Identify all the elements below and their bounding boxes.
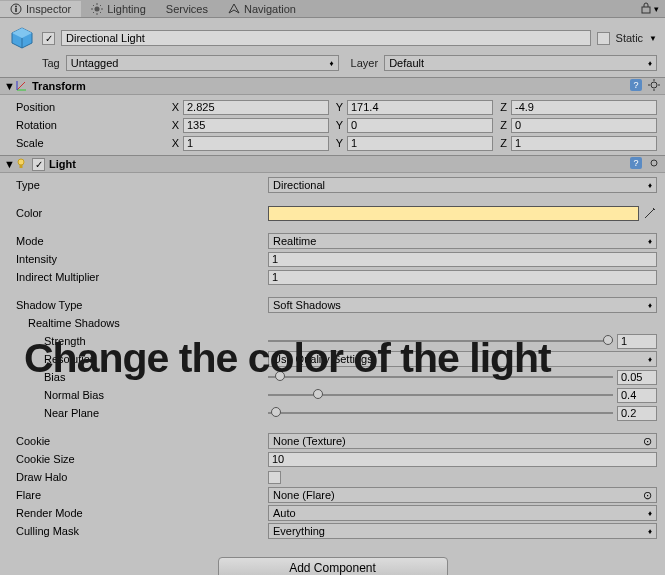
position-z-input[interactable] [511,100,657,115]
transform-header[interactable]: ▼ Transform ? [0,77,665,95]
chevron-down-icon: ♦ [648,237,652,246]
draw-halo-label: Draw Halo [8,471,268,483]
normal-bias-slider[interactable] [268,388,613,402]
near-plane-value-input[interactable] [617,406,657,421]
rotation-y-input[interactable] [347,118,493,133]
flare-label: Flare [8,489,268,501]
tab-label: Navigation [244,3,296,15]
position-y-input[interactable] [347,100,493,115]
context-menu-icon[interactable]: ▾ [654,4,659,14]
light-header[interactable]: ▼ ✓ Light ? [0,155,665,173]
add-component-button[interactable]: Add Component [218,557,448,575]
chevron-down-icon: ♦ [648,527,652,536]
static-dropdown-icon[interactable]: ▼ [649,34,657,43]
object-picker-icon[interactable]: ⊙ [643,489,652,502]
shadow-resolution-dropdown[interactable]: Use Quality Settings♦ [268,351,657,367]
tab-navigation[interactable]: Navigation [218,1,306,17]
svg-text:?: ? [633,80,638,90]
scale-z-input[interactable] [511,136,657,151]
normal-bias-value-input[interactable] [617,388,657,403]
intensity-label: Intensity [8,253,268,265]
gear-icon[interactable] [647,78,661,94]
tab-label: Services [166,3,208,15]
rotation-z-input[interactable] [511,118,657,133]
tab-lighting[interactable]: Lighting [81,1,156,17]
bias-value-input[interactable] [617,370,657,385]
tag-label: Tag [42,57,60,69]
component-title: Light [49,158,629,170]
strength-value-input[interactable] [617,334,657,349]
sun-icon [91,3,103,15]
shadow-type-dropdown[interactable]: Soft Shadows♦ [268,297,657,313]
lock-icon[interactable] [641,2,651,16]
gameobject-header: ✓ Static ▼ Tag Untagged♦ Layer Default♦ [0,18,665,77]
light-mode-dropdown[interactable]: Realtime♦ [268,233,657,249]
chevron-down-icon: ♦ [648,181,652,190]
help-icon[interactable]: ? [629,156,643,172]
light-icon [14,157,28,171]
tag-dropdown[interactable]: Untagged♦ [66,55,339,71]
rotation-x-input[interactable] [183,118,329,133]
rotation-label: Rotation [8,119,169,131]
light-enabled-checkbox[interactable]: ✓ [32,158,45,171]
tab-inspector[interactable]: Inspector [0,1,81,17]
svg-marker-12 [229,4,239,13]
svg-line-11 [100,5,101,6]
chevron-down-icon: ♦ [330,59,334,68]
gameobject-icon[interactable] [8,24,36,52]
bias-slider[interactable] [268,370,613,384]
position-x-input[interactable] [183,100,329,115]
object-picker-icon[interactable]: ⊙ [643,435,652,448]
layer-dropdown[interactable]: Default♦ [384,55,657,71]
static-checkbox[interactable] [597,32,610,45]
transform-icon [14,79,28,93]
active-checkbox[interactable]: ✓ [42,32,55,45]
near-plane-slider[interactable] [268,406,613,420]
nav-icon [228,3,240,15]
svg-line-9 [100,12,101,13]
type-label: Type [8,179,268,191]
gameobject-name-input[interactable] [61,30,591,46]
eyedropper-icon[interactable] [643,206,657,220]
shadow-type-label: Shadow Type [8,299,268,311]
help-icon[interactable]: ? [629,78,643,94]
layer-label: Layer [351,57,379,69]
info-icon [10,3,22,15]
component-title: Transform [32,80,629,92]
culling-mask-label: Culling Mask [8,525,268,537]
draw-halo-checkbox[interactable] [268,471,281,484]
editor-tabbar: Inspector Lighting Services Navigation ▾ [0,0,665,18]
mode-label: Mode [8,235,268,247]
static-label: Static [616,32,644,44]
svg-rect-28 [20,165,23,168]
indirect-input[interactable] [268,270,657,285]
strength-slider[interactable] [268,334,613,348]
strength-label: Strength [8,335,268,347]
scale-y-input[interactable] [347,136,493,151]
position-label: Position [8,101,169,113]
light-type-dropdown[interactable]: Directional♦ [268,177,657,193]
flare-field[interactable]: None (Flare)⊙ [268,487,657,503]
chevron-down-icon: ♦ [648,59,652,68]
svg-point-1 [15,5,17,7]
render-mode-label: Render Mode [8,507,268,519]
render-mode-dropdown[interactable]: Auto♦ [268,505,657,521]
indirect-label: Indirect Multiplier [8,271,268,283]
color-label: Color [8,207,268,219]
cookie-label: Cookie [8,435,268,447]
cookie-field[interactable]: None (Texture)⊙ [268,433,657,449]
gear-icon[interactable] [647,156,661,172]
cookie-size-input[interactable] [268,452,657,467]
svg-line-10 [93,12,94,13]
svg-point-22 [651,82,657,88]
svg-point-27 [18,159,24,165]
near-plane-label: Near Plane [8,407,268,419]
svg-line-8 [93,5,94,6]
scale-x-input[interactable] [183,136,329,151]
light-color-field[interactable] [268,206,639,221]
culling-mask-dropdown[interactable]: Everything♦ [268,523,657,539]
svg-rect-2 [15,8,17,12]
foldout-icon: ▼ [4,80,14,92]
tab-services[interactable]: Services [156,1,218,17]
intensity-input[interactable] [268,252,657,267]
